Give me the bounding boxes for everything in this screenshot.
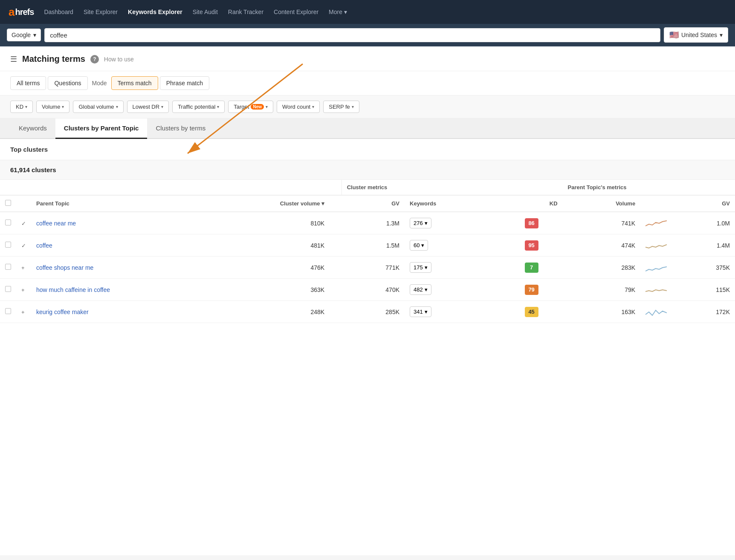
table-row: + keurig coffee maker 248K 285K 341 ▾ 45…	[0, 301, 735, 323]
kd-badge: 7	[525, 263, 538, 273]
tab-phrase-match[interactable]: Phrase match	[160, 76, 209, 90]
nav-rank-tracker[interactable]: Rank Tracker	[228, 9, 263, 15]
row-cluster-volume: 476K	[168, 257, 341, 279]
row-gv: 470K	[341, 279, 405, 301]
row-keywords-cell: 60 ▾	[405, 234, 501, 257]
keyword-link[interactable]: how much caffeine in coffee	[36, 286, 110, 293]
kd-chevron: ▾	[25, 104, 27, 109]
row-kd-cell: 95	[501, 234, 563, 257]
menu-toggle[interactable]: ☰	[10, 55, 17, 64]
row-checkbox[interactable]	[5, 308, 11, 314]
parent-topic-metrics-header: Parent Topic's metrics	[563, 180, 735, 195]
target-badge: New	[251, 104, 264, 110]
keyword-link[interactable]: keurig coffee maker	[36, 309, 89, 315]
row-checkbox-cell	[0, 212, 16, 234]
filter-lowest-dr[interactable]: Lowest DR ▾	[127, 101, 169, 113]
th-volume: Volume	[563, 195, 641, 212]
keyword-link[interactable]: coffee shops near me	[36, 264, 93, 271]
mode-label: Mode	[90, 77, 110, 89]
search-input[interactable]	[44, 28, 660, 42]
keyword-link[interactable]: coffee	[36, 242, 52, 249]
keywords-expand-btn[interactable]: 482 ▾	[410, 284, 431, 295]
row-checkbox[interactable]	[5, 219, 11, 225]
row-gv: 1.3M	[341, 212, 405, 234]
top-nav: ahrefs Dashboard Site Explorer Keywords …	[0, 0, 735, 24]
row-status-cell: ✓	[16, 234, 31, 257]
th-kd: KD	[501, 195, 563, 212]
keywords-expand-btn[interactable]: 341 ▾	[410, 306, 431, 317]
filter-volume[interactable]: Volume ▾	[36, 101, 69, 113]
nav-site-explorer[interactable]: Site Explorer	[84, 9, 118, 15]
row-keywords-cell: 482 ▾	[405, 279, 501, 301]
filter-kd[interactable]: KD ▾	[10, 101, 33, 113]
nav-more[interactable]: More ▾	[329, 9, 347, 15]
top-clusters-label: Top clusters	[10, 146, 48, 153]
row-cluster-volume: 810K	[168, 212, 341, 234]
sparkline-chart	[645, 218, 667, 228]
row-cluster-volume: 248K	[168, 301, 341, 323]
row-checkbox[interactable]	[5, 264, 11, 270]
th-gv2: GV	[672, 195, 735, 212]
target-chevron: ▾	[266, 104, 268, 109]
nav-dashboard[interactable]: Dashboard	[44, 9, 73, 15]
help-icon[interactable]: ?	[90, 55, 99, 64]
tab-terms-match[interactable]: Terms match	[111, 76, 158, 90]
row-kd-cell: 7	[501, 257, 563, 279]
sparkline-chart	[645, 285, 667, 295]
row-checkbox[interactable]	[5, 242, 11, 248]
row-keyword-cell: coffee shops near me	[31, 257, 168, 279]
keywords-expand-btn[interactable]: 175 ▾	[410, 262, 431, 273]
th-cluster-volume[interactable]: Cluster volume ▾	[168, 195, 341, 212]
keyword-link[interactable]: coffee near me	[36, 220, 76, 227]
logo[interactable]: ahrefs	[9, 6, 34, 19]
filter-serp-features[interactable]: SERP fe ▾	[323, 101, 359, 113]
row-volume: 283K	[563, 257, 641, 279]
nav-content-explorer[interactable]: Content Explorer	[274, 9, 318, 15]
tab-all-terms[interactable]: All terms	[10, 76, 46, 90]
select-all-checkbox[interactable]	[5, 200, 11, 206]
sub-tabs: Keywords Clusters by Parent Topic Cluste…	[0, 118, 735, 139]
filter-traffic-potential[interactable]: Traffic potential ▾	[172, 101, 225, 113]
filter-global-volume[interactable]: Global volume ▾	[73, 101, 123, 113]
th-parent-topic[interactable]: Parent Topic	[31, 195, 168, 212]
table-row: ✓ coffee 481K 1.5M 60 ▾ 95 474K 1.4M	[0, 234, 735, 257]
row-cluster-volume: 481K	[168, 234, 341, 257]
filter-target[interactable]: Target New ▾	[228, 101, 273, 113]
sub-tab-keywords[interactable]: Keywords	[10, 118, 55, 139]
country-label: United States	[681, 32, 717, 38]
how-to-use-link[interactable]: How to use	[104, 56, 134, 63]
sparkline-chart	[645, 307, 667, 317]
engine-chevron: ▾	[33, 32, 36, 38]
engine-selector[interactable]: Google ▾	[7, 29, 41, 41]
top-clusters-bar: Top clusters	[0, 139, 735, 160]
sub-tab-clusters-terms[interactable]: Clusters by terms	[147, 118, 214, 139]
row-status-cell: +	[16, 301, 31, 323]
row-keyword-cell: how much caffeine in coffee	[31, 279, 168, 301]
row-sparkline-cell	[640, 257, 672, 279]
sub-tab-clusters-parent[interactable]: Clusters by Parent Topic	[55, 118, 148, 139]
tabs-row: All terms Questions Mode Terms match Phr…	[0, 71, 735, 95]
row-parent-gv: 1.0M	[672, 212, 735, 234]
nav-site-audit[interactable]: Site Audit	[193, 9, 218, 15]
keywords-expand-btn[interactable]: 276 ▾	[410, 218, 431, 228]
row-checkbox-cell	[0, 279, 16, 301]
row-kd-cell: 79	[501, 279, 563, 301]
row-checkbox-cell	[0, 234, 16, 257]
keywords-expand-btn[interactable]: 60 ▾	[410, 240, 428, 251]
row-keyword-cell: keurig coffee maker	[31, 301, 168, 323]
search-bar: Google ▾ 🇺🇸 United States ▾	[0, 24, 735, 46]
country-flag: 🇺🇸	[669, 30, 679, 40]
nav-keywords-explorer[interactable]: Keywords Explorer	[128, 9, 182, 15]
th-keywords: Keywords	[405, 195, 501, 212]
row-keyword-cell: coffee	[31, 234, 168, 257]
sparkline-chart	[645, 263, 667, 273]
row-checkbox[interactable]	[5, 286, 11, 292]
main-content: ☰ Matching terms ? How to use All terms …	[0, 46, 735, 555]
filter-word-count[interactable]: Word count ▾	[277, 101, 320, 113]
page-title: Matching terms	[22, 54, 85, 64]
country-selector[interactable]: 🇺🇸 United States ▾	[664, 27, 728, 43]
traffic-potential-chevron: ▾	[217, 104, 219, 109]
serp-chevron: ▾	[352, 104, 354, 109]
plus-icon: +	[21, 287, 25, 293]
tab-questions[interactable]: Questions	[48, 76, 87, 90]
